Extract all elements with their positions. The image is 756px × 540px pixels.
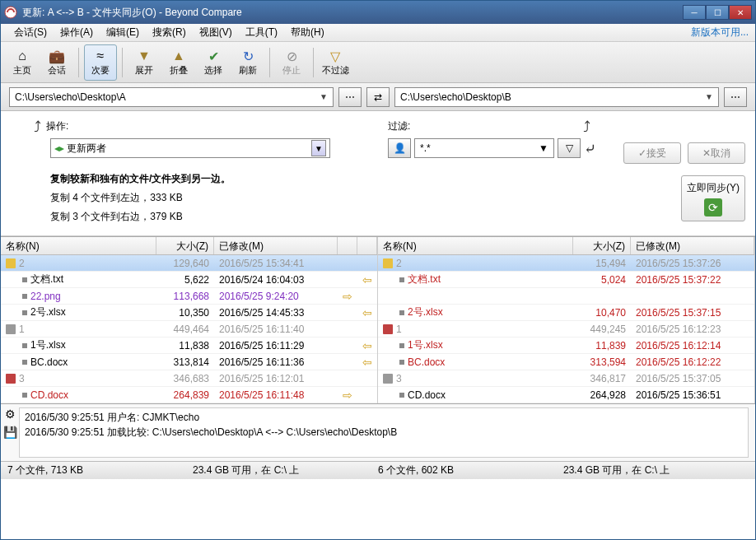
stop-icon: ⊘ [287,48,297,64]
log-line: 2016/5/30 9:25:51 用户名: CJMKT\echo [25,410,743,425]
maximize-button[interactable]: ☐ [706,5,729,20]
table-row[interactable]: 文档.txt5,6222016/5/24 16:04:03⇦ [1,272,377,288]
menubar: 会话(S) 操作(A) 编辑(E) 搜索(R) 视图(V) 工具(T) 帮助(H… [1,24,755,42]
file-icon [399,310,404,315]
tb-session[interactable]: 💼会话 [40,44,73,81]
filter-apply-button[interactable]: ▽ [558,138,581,158]
cancel-button[interactable]: ✕ 取消 [688,142,745,164]
dropdown-icon[interactable]: ▼ [705,92,713,101]
menu-session[interactable]: 会话(S) [7,24,54,41]
folder-icon [383,324,393,334]
tb-collapse[interactable]: ▲折叠 [162,44,195,81]
mid-panel: ⤴操作: ◂▸ 更新两者 ▼ 复制较新和独有的文件/文件夹到另一边。 复制 4 … [1,111,755,236]
sync-both-icon: ◂▸ [54,142,64,154]
table-row[interactable]: 3346,6832016/5/25 16:12:01 [1,370,377,387]
table-row[interactable]: 1449,4642016/5/25 16:11:40 [1,321,377,338]
new-version-link[interactable]: 新版本可用... [691,26,749,40]
menu-action[interactable]: 操作(A) [54,24,100,41]
tb-secondary[interactable]: ≈次要 [84,44,117,81]
app-icon [4,6,17,19]
tb-select[interactable]: ✔选择 [197,44,230,81]
menu-tools[interactable]: 工具(T) [239,24,284,41]
log-text[interactable]: 2016/5/30 9:25:51 用户名: CJMKT\echo 2016/5… [19,407,749,458]
folder-icon [6,324,16,334]
table-row[interactable]: 1449,2452016/5/25 16:12:23 [378,321,754,338]
table-row[interactable]: CD.docx264,8392016/5/25 16:11:48⇨ [1,387,377,403]
right-path-input[interactable]: C:\Users\echo\Desktop\B▼ [394,87,719,107]
table-row[interactable]: 1号.xlsx11,8382016/5/25 16:11:29⇦ [1,338,377,354]
accept-button[interactable]: ✓ 接受 [623,142,681,164]
sync-now-button[interactable]: 立即同步(Y) ⟳ [681,175,745,221]
tb-expand[interactable]: ▼展开 [128,44,161,81]
expand-icon: ▼ [138,48,151,64]
col-date[interactable]: 已修改(M) [214,237,338,254]
dropdown-icon[interactable]: ▼ [311,140,326,156]
menu-view[interactable]: 视图(V) [193,24,239,41]
tb-nofilter[interactable]: ▽不过滤 [319,44,352,81]
status-cell: 6 个文件, 602 KB [378,463,563,477]
file-grid: 名称(N) 大小(Z) 已修改(M) 2129,6402016/5/25 15:… [1,236,755,403]
file-icon [22,393,27,398]
filter-presets-button[interactable]: 👤 [388,138,411,158]
approx-icon: ≈ [97,48,105,64]
dropdown-icon[interactable]: ▼ [539,142,548,154]
table-row[interactable]: CD.docx264,9282016/5/25 15:36:51 [378,387,754,403]
path-row: C:\Users\echo\Desktop\A▼ ⋯ ⇄ C:\Users\ec… [1,83,755,111]
sync-arrow-icon: ⇦ [357,356,377,369]
folder-icon [383,258,393,268]
tb-refresh[interactable]: ↻刷新 [231,44,264,81]
filter-input[interactable]: *.*▼ [414,138,554,158]
table-row[interactable]: 2129,6402016/5/25 15:34:41 [1,255,377,272]
sync-arrow-icon: ⇨ [338,290,357,303]
check-icon: ✓ [638,147,646,159]
table-row[interactable]: BC.docx313,5942016/5/25 16:12:22 [378,354,754,370]
minimize-button[interactable]: ─ [683,5,706,20]
file-icon [399,343,404,348]
file-icon [399,277,404,282]
check-icon: ✔ [208,48,219,64]
menu-help[interactable]: 帮助(H) [284,24,331,41]
save-icon[interactable]: 💾 [3,426,17,439]
log-panel: ⚙ 💾 2016/5/30 9:25:51 用户名: CJMKT\echo 20… [1,403,755,461]
dropdown-icon[interactable]: ▼ [320,92,328,101]
table-row[interactable] [378,288,754,305]
menu-edit[interactable]: 编辑(E) [100,24,146,41]
operation-select[interactable]: ◂▸ 更新两者 ▼ [50,138,330,158]
tb-home[interactable]: ⌂主页 [6,44,39,81]
filter-label: 过滤: [388,119,410,133]
col-name[interactable]: 名称(N) [378,237,573,254]
left-pane: 名称(N) 大小(Z) 已修改(M) 2129,6402016/5/25 15:… [1,237,378,403]
col-size[interactable]: 大小(Z) [156,237,214,254]
desc-line: 复制 4 个文件到左边，333 KB [50,189,380,207]
swap-button[interactable]: ⇄ [366,87,390,107]
desc-line: 复制较新和独有的文件/文件夹到另一边。 [50,170,380,189]
briefcase-icon: 💼 [49,48,65,64]
menu-search[interactable]: 搜索(R) [146,24,193,41]
sync-arrow-icon: ⇨ [338,389,357,402]
desc-line: 复制 3 个文件到右边，379 KB [50,207,380,226]
left-browse-button[interactable]: ⋯ [338,87,362,107]
table-row[interactable]: 3346,8172016/5/25 15:37:05 [378,370,754,387]
funnel-icon: ▽ [566,142,573,154]
table-row[interactable]: 215,4942016/5/25 15:37:26 [378,255,754,272]
collapse-icon: ▲ [172,48,185,64]
table-row[interactable]: 2号.xlsx10,3502016/5/25 14:45:33⇦ [1,305,377,321]
table-row[interactable]: 文档.txt5,0242016/5/25 15:37:22 [378,272,754,288]
left-path-input[interactable]: C:\Users\echo\Desktop\A▼ [9,87,334,107]
sync-arrow-icon: ⇦ [357,339,377,352]
arrow-up-icon: ⤴ [583,118,590,135]
file-icon [399,393,404,398]
gear-icon[interactable]: ⚙ [5,407,16,421]
close-button[interactable]: ✕ [729,5,752,20]
op-label: 操作: [46,119,68,133]
col-size[interactable]: 大小(Z) [573,237,631,254]
status-cell: 7 个文件, 713 KB [7,463,193,477]
right-browse-button[interactable]: ⋯ [724,87,747,107]
col-name[interactable]: 名称(N) [1,237,156,254]
table-row[interactable]: 1号.xlsx11,8392016/5/25 16:12:14 [378,338,754,354]
funnel-icon: ▽ [330,48,340,64]
table-row[interactable]: BC.docx313,8142016/5/25 16:11:36⇦ [1,354,377,370]
col-date[interactable]: 已修改(M) [631,237,754,254]
table-row[interactable]: 22.png113,6682016/5/25 9:24:20⇨ [1,288,377,305]
table-row[interactable]: 2号.xlsx10,4702016/5/25 15:37:15 [378,305,754,321]
